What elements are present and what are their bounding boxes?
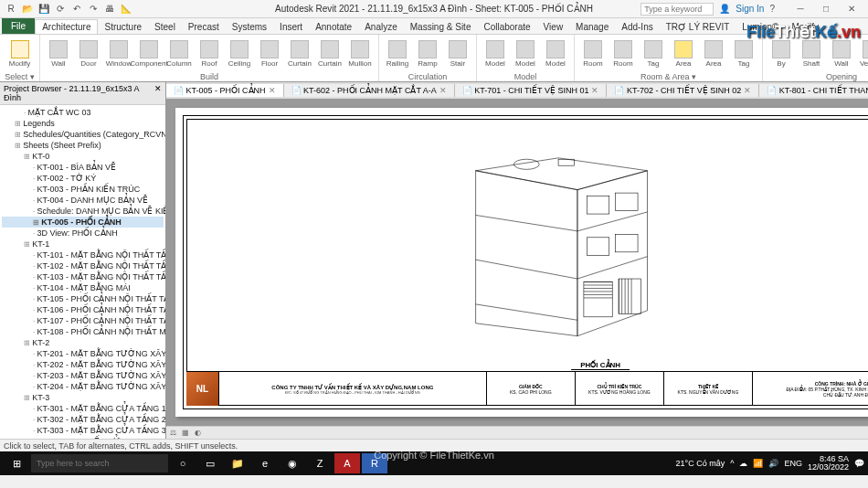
ribbon-tab-view[interactable]: View [537, 20, 570, 34]
tree-node[interactable]: KT-303 - MẶT BẰNG CỬA TẦNG 3 [2, 425, 164, 436]
tree-node[interactable]: Legends [2, 118, 164, 129]
scale-icon[interactable]: ⚖ [170, 429, 176, 437]
minimize-button[interactable]: ─ [788, 1, 813, 17]
room-separator-button[interactable]: Room [609, 37, 638, 71]
ribbon-tab-analyze[interactable]: Analyze [358, 20, 404, 34]
tree-node[interactable]: KT-103 - MẶT BẰNG NỘI THẤT TẦNG 3 [2, 271, 164, 282]
tree-node[interactable]: KT-3 [2, 392, 164, 403]
curtain-system-button[interactable]: Curtain [285, 37, 314, 71]
door-button[interactable]: Door [74, 37, 103, 71]
view-tab[interactable]: 📄 KT-602 - PHỐI CẢNH MẶT CẮT A-A✕ [284, 84, 455, 97]
model-line-button[interactable]: Model [511, 37, 540, 71]
title-block[interactable]: NL CÔNG TY TNHH TƯ VẤN THIẾT KẾ VÀ XÂY D… [186, 371, 868, 406]
tree-node[interactable]: MẶT CẮT WC 03 [2, 107, 164, 118]
save-icon[interactable]: 💾 [37, 2, 51, 16]
ribbon-tab-addins[interactable]: Add-Ins [615, 20, 659, 34]
ribbon-tab-trlrevit[interactable]: TRỢ LÝ REVIT [660, 20, 736, 34]
railing-button[interactable]: Railing [383, 37, 412, 71]
tree-node[interactable]: KT-104 - MẶT BẰNG MÁI [2, 282, 164, 293]
task-chrome-icon[interactable]: ◉ [280, 453, 305, 473]
view-tab[interactable]: 📄 KT-702 - CHI TIẾT VỆ SINH 02✕ [607, 84, 759, 97]
tree-node[interactable]: KT-102 - MẶT BẰNG NỘI THẤT TẦNG 2 [2, 260, 164, 271]
tab-close-icon[interactable]: ✕ [269, 86, 276, 95]
start-button[interactable]: ⊞ [4, 453, 29, 473]
sheet[interactable]: PHỐI CẢNH NL CÔNG TY TNHH TƯ VẤN THIẾT K… [175, 108, 868, 417]
tree-node[interactable]: KT-202 - MẶT BẰNG TƯỜNG XÂY TẦNG 2 [2, 359, 164, 370]
help-icon[interactable]: ? [769, 4, 775, 14]
maximize-button[interactable]: □ [813, 1, 839, 17]
stair-button[interactable]: Stair [443, 37, 472, 71]
task-cortana-icon[interactable]: ○ [170, 453, 196, 473]
revit-icon[interactable]: R [4, 2, 18, 16]
visual-style-icon[interactable]: ◐ [195, 429, 201, 437]
tree-node[interactable]: KT-003 - PHẦN KIẾN TRÚC [2, 184, 164, 195]
ribbon-tab-manage[interactable]: Manage [569, 20, 615, 34]
open-icon[interactable]: 📂 [20, 2, 35, 16]
area-button[interactable]: Area [669, 37, 698, 71]
task-zalo-icon[interactable]: Z [307, 453, 333, 473]
tree-node[interactable]: KT-1 [2, 239, 164, 249]
ribbon-tab-precast[interactable]: Precast [182, 20, 226, 34]
tree-node[interactable]: KT-105 - PHỐI CẢNH NỘI THẤT TẦNG 1 [2, 293, 164, 304]
tree-node[interactable]: KT-203 - MẶT BẰNG TƯỜNG XÂY TẦNG 3 [2, 370, 164, 381]
ribbon-tab-annotate[interactable]: Annotate [309, 20, 358, 34]
tag-room-button[interactable]: Tag [639, 37, 668, 71]
search-input[interactable] [640, 3, 714, 16]
tree-node[interactable]: KT-101 - MẶT BẰNG NỘI THẤT TẦNG 1 [2, 249, 164, 260]
view-tab[interactable]: 📄 KT-005 - PHỐI CẢNH✕ [166, 84, 284, 97]
detail-icon[interactable]: ▦ [182, 429, 189, 437]
area-boundary-button[interactable]: Area [699, 37, 728, 71]
tree-node[interactable]: KT-204 - MẶT BẰNG TƯỜNG XÂY MÁI [2, 381, 164, 392]
sync-icon[interactable]: ⟳ [53, 2, 68, 16]
tray-volume-icon[interactable]: 🔊 [768, 459, 778, 468]
browser-close-icon[interactable]: ✕ [154, 84, 162, 102]
component-button[interactable]: Component [134, 37, 164, 71]
print-icon[interactable]: 🖶 [102, 2, 117, 16]
tree-node[interactable]: KT-301 - MẶT BẰNG CỬA TẦNG 1 [2, 403, 164, 414]
close-button[interactable]: ✕ [839, 1, 864, 17]
ribbon-tab-steel[interactable]: Steel [148, 20, 182, 34]
task-view-icon[interactable]: ▭ [197, 453, 223, 473]
ramp-button[interactable]: Ramp [413, 37, 442, 71]
window-button[interactable]: Window [104, 37, 133, 71]
tree-node[interactable]: 3D View: PHỐI CẢNH [2, 228, 164, 239]
tab-close-icon[interactable]: ✕ [439, 86, 447, 95]
tree-node[interactable]: KT-304 - CHI TIẾT CỬA [2, 436, 164, 439]
column-button[interactable]: Column [164, 37, 194, 71]
ribbon-tab-massingsite[interactable]: Massing & Site [404, 20, 478, 34]
view-tab[interactable]: 📄 KT-701 - CHI TIẾT VỆ SINH 01✕ [455, 84, 608, 97]
tree-node[interactable]: KT-201 - MẶT BẰNG TƯỜNG XÂY TẦNG 1 [2, 348, 164, 359]
task-edge-icon[interactable]: e [252, 453, 278, 473]
tree-node[interactable]: KT-002 - TỜ KÝ [2, 173, 164, 184]
task-explorer-icon[interactable]: 📁 [225, 453, 250, 473]
tray-cloud-icon[interactable]: ☁ [739, 459, 747, 468]
tree-node[interactable]: KT-107 - PHỐI CẢNH NỘI THẤT TẦNG 3 [2, 315, 164, 326]
tree-node[interactable]: KT-108 - PHỐI CẢNH NỘI THẤT MÁI [2, 326, 164, 337]
windows-search[interactable] [31, 454, 168, 472]
redo-icon[interactable]: ↷ [86, 2, 101, 16]
curtain-grid-button[interactable]: Curtain [315, 37, 344, 71]
room-button[interactable]: Room [578, 37, 608, 71]
tray-notification-icon[interactable]: 💬 [854, 459, 864, 468]
tab-close-icon[interactable]: ✕ [591, 86, 598, 95]
tab-close-icon[interactable]: ✕ [744, 86, 751, 95]
user-icon[interactable]: 👤 [719, 4, 730, 14]
undo-icon[interactable]: ↶ [69, 2, 84, 16]
tree-node[interactable]: Schedules/Quantities (Category_RCVN) [2, 129, 164, 140]
model-text-button[interactable]: Model [481, 37, 510, 71]
tree-node[interactable]: KT-0 [2, 151, 164, 162]
task-autocad-icon[interactable]: A [334, 453, 360, 473]
canvas[interactable]: PHỐI CẢNH NL CÔNG TY TNHH TƯ VẤN THIẾT K… [166, 99, 868, 426]
project-tree[interactable]: MẶT CẮT WC 03LegendsSchedules/Quantities… [0, 105, 165, 439]
weather-widget[interactable]: 21°C Có mây [676, 459, 725, 468]
mullion-button[interactable]: Mullion [345, 37, 375, 71]
view-control-bar[interactable]: ⚖ ▦ ◐ Main Model ▽ [166, 426, 868, 439]
tray-wifi-icon[interactable]: 📶 [753, 459, 763, 468]
tree-node[interactable]: KT-005 - PHỐI CẢNH [2, 217, 164, 228]
measure-icon[interactable]: 📐 [119, 2, 133, 16]
ribbon-tab-structure[interactable]: Structure [98, 20, 148, 34]
ribbon-tab-file[interactable]: File [2, 18, 35, 34]
sign-in-link[interactable]: Sign In [736, 4, 764, 14]
view-tab[interactable]: 📄 KT-801 - CHI TIẾT THANG✕ [759, 84, 868, 97]
tray-lang[interactable]: ENG [784, 459, 802, 468]
